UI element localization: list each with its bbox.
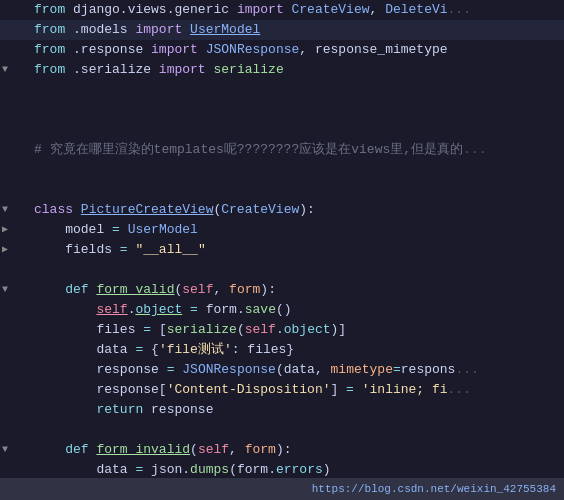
line-content-1: from django.views.generic import CreateV…: [30, 0, 564, 20]
line-content-2: from .models import UserModel: [30, 20, 564, 40]
line-content-16: self.object = form.save(): [30, 300, 564, 320]
fold-icon-11[interactable]: ▼: [0, 205, 10, 215]
line-content-15: def form_valid(self, form):: [30, 280, 564, 300]
fold-icon-12[interactable]: ▶: [0, 225, 10, 235]
code-line-20: response['Content-Disposition'] = 'inlin…: [0, 380, 564, 400]
fold-icon-23[interactable]: ▼: [0, 445, 10, 455]
line-content-23: def form_invalid(self, form):: [30, 440, 564, 460]
fold-icon-13[interactable]: ▶: [0, 245, 10, 255]
line-content-20: response['Content-Disposition'] = 'inlin…: [30, 380, 564, 400]
code-line-8: # 究竟在哪里渲染的templates呢????????应该是在views里,但…: [0, 140, 564, 160]
code-line-24: data = json.dumps(form.errors): [0, 460, 564, 480]
code-line-21: return response: [0, 400, 564, 420]
line-content-13: fields = "__all__": [30, 240, 564, 260]
code-line-7: [0, 120, 564, 140]
code-line-18: data = {'file测试': files}: [0, 340, 564, 360]
line-content-8: # 究竟在哪里渲染的templates呢????????应该是在views里,但…: [30, 140, 564, 160]
code-line-11: ▼ class PictureCreateView(CreateView):: [0, 200, 564, 220]
code-line-16: self.object = form.save(): [0, 300, 564, 320]
code-line-5: [0, 80, 564, 100]
code-line-15: ▼ def form_valid(self, form):: [0, 280, 564, 300]
fold-icon-15[interactable]: ▼: [0, 285, 10, 295]
code-line-2: from .models import UserModel: [0, 20, 564, 40]
code-line-12: ▶ model = UserModel: [0, 220, 564, 240]
line-content-19: response = JSONResponse(data, mimetype=r…: [30, 360, 564, 380]
code-area: from django.views.generic import CreateV…: [0, 0, 564, 500]
line-content-24: data = json.dumps(form.errors): [30, 460, 564, 480]
status-bar: https://blog.csdn.net/weixin_42755384: [0, 478, 564, 500]
code-line-14: [0, 260, 564, 280]
code-line-19: response = JSONResponse(data, mimetype=r…: [0, 360, 564, 380]
code-line-4: ▼ from .serialize import serialize: [0, 60, 564, 80]
code-editor: from django.views.generic import CreateV…: [0, 0, 564, 500]
line-content-12: model = UserModel: [30, 220, 564, 240]
code-line-6: [0, 100, 564, 120]
code-line-1: from django.views.generic import CreateV…: [0, 0, 564, 20]
code-line-23: ▼ def form_invalid(self, form):: [0, 440, 564, 460]
code-line-3: from .response import JSONResponse, resp…: [0, 40, 564, 60]
code-line-9: [0, 160, 564, 180]
line-content-4: from .serialize import serialize: [30, 60, 564, 80]
line-content-18: data = {'file测试': files}: [30, 340, 564, 360]
line-content-17: files = [serialize(self.object)]: [30, 320, 564, 340]
code-line-22: [0, 420, 564, 440]
code-line-17: files = [serialize(self.object)]: [0, 320, 564, 340]
line-content-3: from .response import JSONResponse, resp…: [30, 40, 564, 60]
status-url[interactable]: https://blog.csdn.net/weixin_42755384: [312, 483, 556, 495]
line-content-11: class PictureCreateView(CreateView):: [30, 200, 564, 220]
code-line-13: ▶ fields = "__all__": [0, 240, 564, 260]
fold-icon-4[interactable]: ▼: [0, 65, 10, 75]
line-content-21: return response: [30, 400, 564, 420]
code-line-10: [0, 180, 564, 200]
